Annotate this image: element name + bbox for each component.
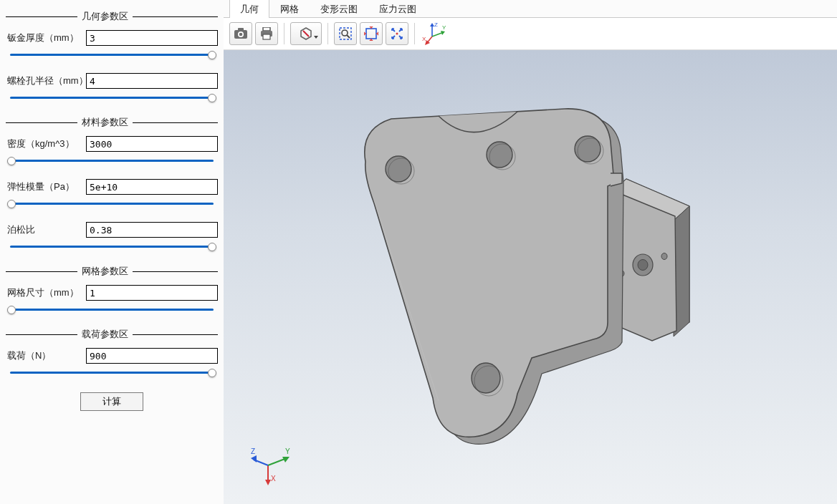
param-label: 钣金厚度（mm） <box>6 32 86 44</box>
toolbar-separator <box>414 23 415 44</box>
svg-text:Z: Z <box>251 447 255 455</box>
section-header-geometry: 几何参数区 <box>6 10 218 23</box>
param-label: 密度（kg/m^3） <box>6 137 86 150</box>
youngs-slider[interactable] <box>6 198 218 210</box>
cancel-icon <box>300 27 312 40</box>
param-row-poisson: 泊松比 <box>6 222 218 238</box>
compute-button[interactable]: 计算 <box>80 392 143 411</box>
poisson-input[interactable] <box>86 222 218 238</box>
bolt-radius-input[interactable] <box>86 73 218 89</box>
fit-all-icon <box>364 26 378 41</box>
svg-text:Y: Y <box>442 24 446 31</box>
section-title: 几何参数区 <box>77 10 133 23</box>
svg-point-3 <box>239 33 243 37</box>
youngs-input[interactable] <box>86 179 218 195</box>
zoom-to-selection-icon <box>390 26 404 41</box>
load-input[interactable] <box>86 348 218 364</box>
tab-deform[interactable]: 变形云图 <box>310 0 368 18</box>
param-row-thickness: 钣金厚度（mm） <box>6 30 218 46</box>
axis-orientation-icon: Z Y X <box>422 21 448 47</box>
param-row-load: 载荷（N） <box>6 348 218 364</box>
svg-line-11 <box>347 35 350 38</box>
parameter-panel: 几何参数区 钣金厚度（mm） 螺栓孔半径（mm） 材料参数区 密度（kg/m^3… <box>0 0 224 504</box>
thickness-slider[interactable] <box>6 49 218 62</box>
svg-point-13 <box>396 33 398 35</box>
svg-point-28 <box>638 260 648 271</box>
view-toolbar: Z Y X <box>224 17 837 50</box>
thickness-input[interactable] <box>86 30 218 46</box>
view-triad: X Y Z <box>249 444 300 487</box>
svg-line-8 <box>303 31 309 37</box>
param-row-mesh-size: 网格尺寸（mm） <box>6 285 218 301</box>
toolbar-separator <box>284 23 284 44</box>
svg-point-10 <box>342 30 348 36</box>
section-title: 材料参数区 <box>77 116 133 129</box>
3d-viewport[interactable]: X Y Z <box>224 50 837 504</box>
load-slider[interactable] <box>6 367 218 379</box>
section-title: 载荷参数区 <box>77 328 133 341</box>
param-label: 泊松比 <box>6 223 86 236</box>
mesh-size-input[interactable] <box>86 285 218 301</box>
section-title: 网格参数区 <box>77 265 133 278</box>
chevron-down-icon <box>314 36 318 39</box>
svg-rect-12 <box>366 29 376 39</box>
svg-marker-40 <box>265 480 271 485</box>
svg-text:X: X <box>422 36 426 42</box>
screenshot-button[interactable] <box>229 22 252 45</box>
svg-text:Z: Z <box>434 21 438 28</box>
section-header-material: 材料参数区 <box>6 116 218 129</box>
svg-rect-6 <box>263 34 270 39</box>
zoom-box-button[interactable] <box>334 22 357 45</box>
param-label: 载荷（N） <box>6 349 86 362</box>
tab-stress[interactable]: 应力云图 <box>368 0 427 18</box>
bolt-radius-slider[interactable] <box>6 92 218 105</box>
print-button[interactable] <box>255 22 278 45</box>
zoom-box-icon <box>338 26 353 41</box>
param-label: 螺栓孔半径（mm） <box>6 74 86 87</box>
main-area: 几何 网格 变形云图 应力云图 <box>224 0 837 504</box>
svg-rect-1 <box>238 28 244 31</box>
param-label: 网格尺寸（mm） <box>6 286 86 299</box>
density-input[interactable] <box>86 136 218 152</box>
tab-mesh[interactable]: 网格 <box>269 0 310 18</box>
cad-part <box>224 50 837 504</box>
fit-all-button[interactable] <box>360 22 383 45</box>
param-row-bolt-radius: 螺栓孔半径（mm） <box>6 73 218 89</box>
tab-strip: 几何 网格 变形云图 应力云图 <box>224 0 837 17</box>
toolbar-separator <box>327 23 328 44</box>
param-row-density: 密度（kg/m^3） <box>6 136 218 152</box>
param-row-youngs: 弹性模量（Pa） <box>6 179 218 195</box>
density-slider[interactable] <box>6 155 218 168</box>
poisson-slider[interactable] <box>6 241 218 253</box>
svg-rect-4 <box>263 27 270 31</box>
svg-text:Y: Y <box>285 447 290 455</box>
axis-orientation-button[interactable]: Z Y X <box>421 19 449 48</box>
section-header-load: 载荷参数区 <box>6 328 218 341</box>
param-label: 弹性模量（Pa） <box>6 180 86 193</box>
svg-point-30 <box>661 253 667 260</box>
mesh-size-slider[interactable] <box>6 304 218 316</box>
svg-text:X: X <box>271 475 276 483</box>
camera-icon <box>234 28 248 39</box>
tab-geometry[interactable]: 几何 <box>229 0 269 18</box>
section-header-mesh: 网格参数区 <box>6 265 218 278</box>
svg-marker-46 <box>251 455 257 462</box>
print-icon <box>259 27 274 40</box>
zoom-to-selection-button[interactable] <box>386 22 408 45</box>
cancel-dropdown-button[interactable] <box>290 22 322 45</box>
